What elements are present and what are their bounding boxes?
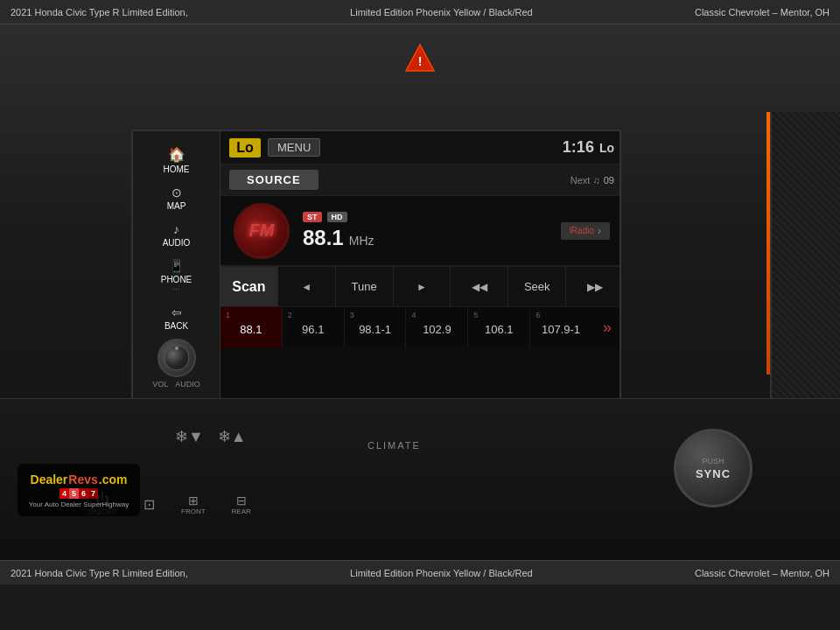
preset-1-freq: 88.1 — [240, 323, 262, 336]
lo-right-badge: Lo — [599, 141, 614, 155]
seek-prev-icon: ◀◀ — [472, 281, 487, 293]
next-track-info: Next ♫ — [570, 175, 600, 186]
preset-6-freq: 107.9-1 — [542, 323, 580, 336]
source-right-info: Next ♫ 09 — [570, 175, 614, 186]
preset-3-freq: 98.1-1 — [359, 323, 391, 336]
preset-1-num: 1 — [226, 311, 230, 319]
seek-next-button[interactable]: ▶▶ — [566, 267, 621, 306]
dash-warning-area: ! — [0, 42, 840, 74]
rear-defrost-button[interactable]: ⊟ REAR — [232, 494, 251, 515]
front-defrost-button[interactable]: ⊞ FRONT — [181, 494, 206, 515]
scan-label: Scan — [232, 279, 265, 295]
sidebar-item-audio[interactable]: ♪ AUDIO — [142, 219, 212, 251]
vol-labels: VOL AUDIO — [152, 380, 200, 388]
preset-3[interactable]: 3 98.1-1 — [345, 307, 407, 348]
preset-1[interactable]: 1 88.1 — [220, 307, 283, 348]
seek-prev-button[interactable]: ◀◀ — [451, 267, 508, 306]
tune-prev-icon: ◄ — [301, 281, 312, 293]
tune-next-button[interactable]: ► — [394, 267, 452, 306]
back-icon: ⇦ — [172, 305, 182, 319]
sidebar-phone-label: PHONE — [161, 275, 192, 284]
menu-button[interactable]: MENU — [268, 138, 320, 157]
stereo-icon: ST — [303, 212, 322, 222]
sync-push-label: PUSH — [702, 457, 724, 466]
phone-more-dots: ··· — [172, 284, 179, 294]
preset-4[interactable]: 4 102.9 — [406, 307, 468, 348]
iradio-button[interactable]: iRadio › — [561, 222, 610, 240]
audio-label: AUDIO — [175, 380, 200, 388]
hd-icon: HD — [327, 212, 347, 222]
watermark-logo-text: Dealer — [31, 472, 68, 486]
defroster-button[interactable]: ⊡ — [144, 496, 155, 513]
preset-2-num: 2 — [288, 311, 292, 319]
chevron-right-icon: › — [598, 225, 601, 237]
fm-status-icons: ST HD — [303, 212, 374, 222]
sync-knob-area: PUSH SYNC — [674, 429, 752, 508]
front-icon: ⊞ — [188, 494, 199, 508]
sync-knob[interactable]: PUSH SYNC — [674, 429, 752, 508]
preset-5[interactable]: 5 106.1 — [468, 307, 530, 348]
preset-next-button[interactable]: » — [592, 307, 621, 348]
source-button[interactable]: SOURCE — [229, 170, 318, 190]
iradio-label: iRadio — [570, 226, 594, 235]
preset-2-freq: 96.1 — [302, 323, 324, 336]
climate-area: CLIMATE — [368, 440, 421, 451]
lo-badge[interactable]: Lo — [229, 138, 261, 158]
preset-stations-row: 1 88.1 2 96.1 3 98.1-1 4 102.9 5 106.1 — [220, 306, 621, 348]
defroster-icon: ⊡ — [144, 496, 155, 513]
time-display: 1:16 Lo — [563, 138, 614, 157]
sidebar-map-label: MAP — [167, 201, 186, 211]
source-bar: SOURCE Next ♫ 09 — [220, 164, 621, 196]
preset-5-num: 5 — [473, 311, 478, 319]
scan-button[interactable]: Scan — [220, 267, 278, 306]
climate-label: CLIMATE — [368, 440, 421, 451]
fan-up-icon[interactable]: ❄▲ — [218, 427, 247, 446]
fan-down-icon[interactable]: ❄▼ — [175, 427, 204, 446]
sidebar-item-back[interactable]: ⇦ BACK — [142, 302, 212, 334]
top-bar-left: 2021 Honda Civic Type R Limited Edition, — [10, 7, 188, 18]
sync-label: SYNC — [696, 467, 731, 480]
bottom-bar: 2021 Honda Civic Type R Limited Edition,… — [0, 560, 840, 584]
rear-label: REAR — [232, 508, 251, 515]
preset-4-freq: 102.9 — [423, 323, 452, 336]
sidebar-back-label: BACK — [164, 321, 188, 331]
svg-text:!: ! — [418, 54, 423, 68]
warning-triangle-icon: ! — [404, 42, 436, 74]
seek-label: Seek — [524, 280, 550, 293]
svg-point-3 — [175, 346, 178, 350]
sidebar-item-home[interactable]: 🏠 HOME — [142, 143, 212, 178]
dashboard-bottom-controls: ❄▼ ❄▲ CLIMATE ⏻ ON/OFF ⊡ ⊞ FRONT ⊟ REAR — [0, 398, 840, 560]
tune-label: Tune — [352, 280, 377, 293]
badge-6: 6 — [79, 488, 88, 499]
watermark-tagline: Your Auto Dealer SuperHighway — [29, 500, 129, 508]
seek-button[interactable]: Seek — [508, 267, 566, 306]
badge-5: 5 — [69, 488, 79, 499]
tune-next-icon: ► — [416, 281, 427, 293]
playback-controls-row: Scan ◄ Tune ► ◀◀ Seek ▶▶ — [220, 266, 621, 306]
infotainment-screen: 🏠 HOME ⊙ MAP ♪ AUDIO 📱 PHONE ··· ⇦ BACK — [131, 130, 621, 401]
tune-button[interactable]: Tune — [336, 267, 394, 306]
fm-display-area: FM ST HD 88.1 MHz iRadio › — [220, 196, 621, 266]
fm-logo-text: FM — [249, 220, 275, 241]
bottom-bar-right: Classic Chevrolet – Mentor, OH — [695, 568, 830, 578]
bottom-bar-center: Limited Edition Phoenix Yellow / Black/R… — [350, 568, 533, 578]
sidebar-item-map[interactable]: ⊙ MAP — [142, 182, 212, 214]
watermark-revs-text: Revs — [68, 472, 97, 486]
map-icon: ⊙ — [172, 186, 182, 200]
bottom-bar-left: 2021 Honda Civic Type R Limited Edition, — [10, 568, 188, 578]
seek-next-icon: ▶▶ — [587, 281, 603, 293]
volume-control-area: VOL AUDIO — [152, 339, 200, 388]
badge-7: 7 — [88, 488, 98, 499]
photo-area: ! 🏠 HOME ⊙ MAP ♪ AUDIO 📱 PHONE · — [0, 24, 840, 560]
volume-knob[interactable] — [158, 339, 196, 377]
fm-frequency-display: 88.1 MHz — [303, 226, 374, 250]
tune-prev-button[interactable]: ◄ — [278, 267, 336, 306]
top-bar-center: Limited Edition Phoenix Yellow / Black/R… — [350, 7, 533, 18]
top-bar: 2021 Honda Civic Type R Limited Edition,… — [0, 0, 840, 24]
home-icon: 🏠 — [168, 146, 186, 163]
preset-2[interactable]: 2 96.1 — [283, 307, 345, 348]
preset-6[interactable]: 6 107.9-1 — [530, 307, 592, 348]
phone-icon: 📱 — [169, 259, 184, 273]
sidebar-item-phone[interactable]: 📱 PHONE ··· — [142, 256, 212, 298]
fm-logo: FM — [234, 203, 290, 259]
